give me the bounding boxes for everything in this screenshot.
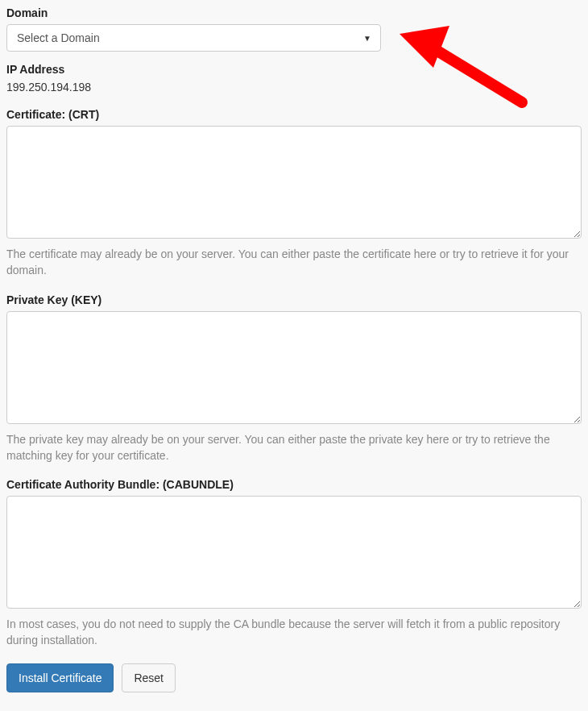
domain-label: Domain (6, 6, 582, 19)
cabundle-label: Certificate Authority Bundle: (CABUNDLE) (6, 478, 582, 491)
cabundle-help: In most cases, you do not need to supply… (6, 616, 582, 649)
domain-select-wrap: Select a Domain ▼ (6, 24, 381, 52)
crt-textarea[interactable] (6, 126, 582, 239)
cabundle-group: Certificate Authority Bundle: (CABUNDLE)… (6, 478, 582, 649)
key-help: The private key may already be on your s… (6, 431, 582, 464)
ip-address-value: 199.250.194.198 (6, 81, 582, 94)
ip-label: IP Address (6, 63, 582, 76)
domain-group: Domain Select a Domain ▼ (6, 6, 582, 52)
key-textarea[interactable] (6, 311, 582, 424)
crt-help: The certificate may already be on your s… (6, 246, 582, 279)
reset-button[interactable]: Reset (122, 663, 176, 692)
ip-group: IP Address 199.250.194.198 (6, 63, 582, 94)
key-group: Private Key (KEY) The private key may al… (6, 293, 582, 464)
domain-select[interactable]: Select a Domain (6, 24, 381, 52)
key-label: Private Key (KEY) (6, 293, 582, 306)
install-certificate-button[interactable]: Install Certificate (6, 663, 114, 692)
crt-group: Certificate: (CRT) The certificate may a… (6, 108, 582, 279)
crt-label: Certificate: (CRT) (6, 108, 582, 121)
cabundle-textarea[interactable] (6, 496, 582, 609)
button-row: Install Certificate Reset (6, 663, 582, 692)
